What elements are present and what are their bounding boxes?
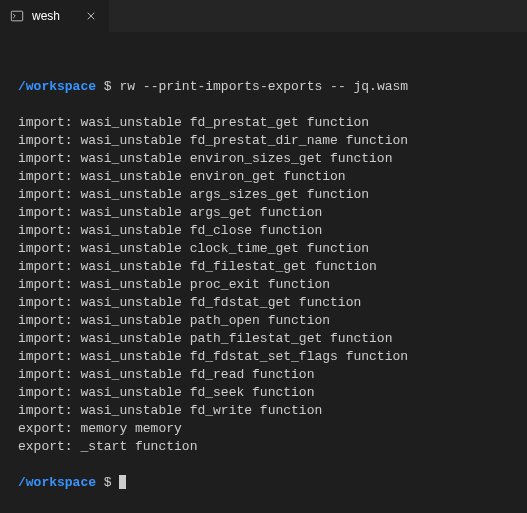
output-line: import: wasi_unstable fd_close function [18,222,509,240]
output-line: import: wasi_unstable clock_time_get fun… [18,240,509,258]
output-line: import: wasi_unstable fd_write function [18,402,509,420]
output-line: import: wasi_unstable path_filestat_get … [18,330,509,348]
output-line: export: memory memory [18,420,509,438]
output-line: import: wasi_unstable fd_prestat_dir_nam… [18,132,509,150]
tab-bar: wesh [0,0,527,32]
output-line: import: wasi_unstable environ_get functi… [18,168,509,186]
output-line: import: wasi_unstable path_open function [18,312,509,330]
output-line: import: wasi_unstable fd_seek function [18,384,509,402]
close-icon[interactable] [83,8,99,24]
output-line: import: wasi_unstable fd_prestat_get fun… [18,114,509,132]
output-line: import: wasi_unstable args_sizes_get fun… [18,186,509,204]
output-line: import: wasi_unstable fd_fdstat_set_flag… [18,348,509,366]
output-line: import: wasi_unstable args_get function [18,204,509,222]
terminal-icon [10,9,24,23]
output-line: import: wasi_unstable fd_filestat_get fu… [18,258,509,276]
tab-label: wesh [32,9,60,23]
output-line: import: wasi_unstable environ_sizes_get … [18,150,509,168]
prompt-path: /workspace [18,475,96,490]
cursor [119,475,126,489]
prompt-symbol: $ [104,79,112,94]
prompt-symbol: $ [104,475,112,490]
terminal-output[interactable]: /workspace $ rw --print-imports-exports … [0,32,527,513]
svg-rect-0 [11,11,22,21]
output-line: import: wasi_unstable fd_fdstat_get func… [18,294,509,312]
output-line: import: wasi_unstable fd_read function [18,366,509,384]
output-line: export: _start function [18,438,509,456]
output-line: import: wasi_unstable proc_exit function [18,276,509,294]
prompt-path: /workspace [18,79,96,94]
tab-wesh[interactable]: wesh [0,0,110,32]
command-text: rw --print-imports-exports -- jq.wasm [119,79,408,94]
